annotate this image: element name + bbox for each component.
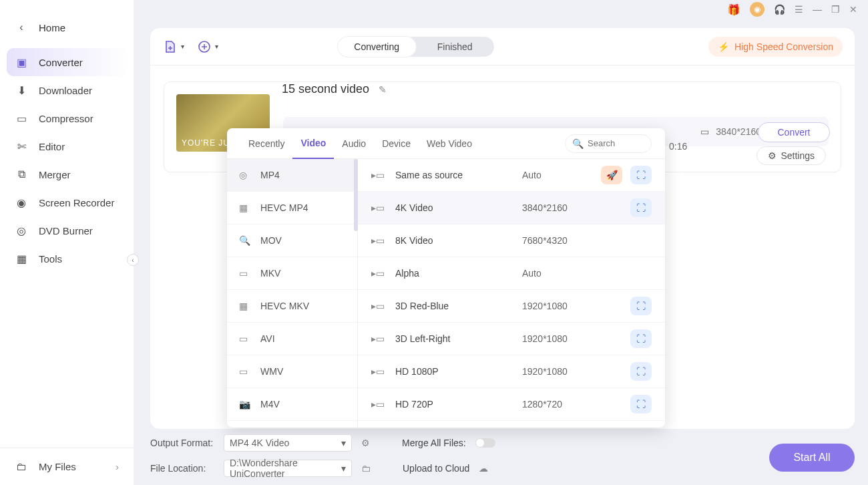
preset-name: HD 1080P [395,366,522,377]
sidebar-item-label: Converter [39,57,83,68]
expand-icon[interactable]: ⛶ [630,395,652,414]
tab-segment: Converting Finished [338,37,494,57]
preset-res: 1920*1080 [522,301,568,311]
sidebar-item-label: Tools [39,253,62,265]
preset-name: 8K Video [395,235,522,246]
close-icon[interactable]: ✕ [849,4,857,15]
poptab-video[interactable]: Video [292,128,334,159]
menu-icon[interactable]: ☰ [795,4,803,15]
format-scroll-indicator[interactable] [354,159,358,231]
settings-button[interactable]: ⚙ Settings [756,146,826,165]
open-folder-icon[interactable]: 🗀 [361,463,371,474]
avatar[interactable]: ◉ [750,2,765,17]
sidebar-item-tools[interactable]: ▦ Tools [0,245,134,273]
preset-3d-leftright[interactable]: ▸▭ 3D Left-Right 1920*1080 ⛶ [358,323,665,355]
preset-same-as-source[interactable]: ▸▭ Same as source Auto 🚀⛶ [358,159,665,192]
video-icon: ▭ [239,268,251,279]
tab-converting[interactable]: Converting [338,37,416,57]
cloud-icon[interactable]: ☁ [479,463,488,474]
preset-hd720p[interactable]: ▸▭ HD 720P 1280*720 ⛶ [358,388,665,421]
preset-hd1080p[interactable]: ▸▭ HD 1080P 1920*1080 ⛶ [358,355,665,388]
format-m4v[interactable]: 📷M4V [227,388,357,421]
video-title: 15 second video [282,70,369,96]
convert-button[interactable]: Convert [758,122,830,142]
sidebar-item-screen-recorder[interactable]: ◉ Screen Recorder [0,188,134,216]
converter-icon: ▣ [15,56,28,69]
support-icon[interactable]: 🎧 [774,4,785,15]
sidebar-item-label: Screen Recorder [39,197,114,208]
preset-res: 7680*4320 [522,235,568,246]
add-file-button[interactable] [162,39,178,55]
rocket-icon[interactable]: 🚀 [601,166,622,184]
sidebar-item-label: Merger [39,169,71,180]
format-mov[interactable]: 🔍MOV [227,224,357,257]
hevc-icon: ▦ [239,301,251,311]
poptab-audio[interactable]: Audio [334,128,374,159]
expand-icon[interactable]: ⛶ [630,198,652,217]
edit-title-icon[interactable]: ✎ [379,84,387,95]
sidebar-item-label: DVD Burner [39,225,93,236]
format-mp4[interactable]: ◎MP4 [227,159,357,192]
add-url-button[interactable] [196,39,212,55]
merge-toggle[interactable] [475,438,495,448]
format-label: MKV [260,268,280,279]
dvd-burner-icon: ◎ [15,224,28,237]
popover-tabs: Recently Video Audio Device Web Video 🔍 [227,128,665,159]
maximize-icon[interactable]: ❐ [831,4,840,15]
caret-down-icon: ▾ [341,463,346,474]
play-icon: ▸▭ [371,268,386,279]
preset-res: Auto [522,268,541,279]
sidebar-home[interactable]: ‹ Home [0,13,134,41]
sidebar-item-dvd-burner[interactable]: ◎ DVD Burner [0,216,134,245]
preset-4k-video[interactable]: ▸▭ 4K Video 3840*2160 ⛶ [358,192,665,224]
sidebar-item-merger[interactable]: ⧉ Merger [0,160,134,188]
format-avi[interactable]: ▭AVI [227,323,357,355]
toolbar: ▾ ▾ Converting Finished ⚡ High Speed Con… [150,28,855,65]
file-location-select[interactable]: D:\Wondershare UniConverter ▾ [224,460,352,477]
editor-icon: ✄ [15,140,28,153]
output-format-select[interactable]: MP4 4K Video▾ [224,434,352,452]
add-file-caret[interactable]: ▾ [181,43,184,50]
sidebar-item-label: Downloader [39,85,92,96]
poptab-recently[interactable]: Recently [240,128,292,159]
popover-search[interactable]: 🔍 [565,134,652,153]
sidebar-my-files[interactable]: 🗀 My Files › [0,448,134,485]
output-format-label: Output Format: [150,438,214,448]
sidebar-item-converter[interactable]: ▣ Converter [7,48,130,76]
format-mkv[interactable]: ▭MKV [227,257,357,290]
preset-8k-video[interactable]: ▸▭ 8K Video 7680*4320 [358,224,665,257]
expand-icon[interactable]: ⛶ [630,166,652,184]
start-all-button[interactable]: Start All [769,444,855,472]
preset-3d-redblue[interactable]: ▸▭ 3D Red-Blue 1920*1080 ⛶ [358,290,665,323]
expand-icon[interactable]: ⛶ [630,297,652,315]
play-icon: ▸▭ [371,170,386,180]
sidebar-collapse[interactable]: ‹ [127,254,139,266]
sidebar-item-label: Editor [39,141,65,152]
play-icon: ▸▭ [371,366,386,377]
sidebar-item-editor[interactable]: ✄ Editor [0,132,134,160]
expand-icon[interactable]: ⛶ [630,362,652,381]
minimize-icon[interactable]: — [813,4,822,15]
format-wmv[interactable]: ▭WMV [227,355,357,388]
sidebar-item-downloader[interactable]: ⬇ Downloader [0,76,134,104]
format-label: M4V [260,399,280,410]
format-label: HEVC MP4 [260,202,308,213]
high-speed-button[interactable]: ⚡ High Speed Conversion [708,37,843,57]
gift-icon[interactable]: 🎁 [727,3,740,16]
sidebar-item-compressor[interactable]: ▭ Compressor [0,104,134,132]
file-location-value: D:\Wondershare UniConverter [230,458,341,479]
poptab-webvideo[interactable]: Web Video [419,128,480,159]
format-popover: Recently Video Audio Device Web Video 🔍 … [227,128,665,428]
format-hevc-mkv[interactable]: ▦HEVC MKV [227,290,357,323]
search-input[interactable] [588,138,641,148]
upload-cloud-label: Upload to Cloud [403,463,469,474]
screen-recorder-icon: ◉ [15,196,28,209]
preset-list: ▸▭ Same as source Auto 🚀⛶ ▸▭ 4K Video 38… [358,159,665,428]
settings-gear-icon[interactable]: ⚙ [361,438,370,448]
preset-alpha[interactable]: ▸▭ Alpha Auto [358,257,665,290]
format-hevc-mp4[interactable]: ▦HEVC MP4 [227,192,357,224]
poptab-device[interactable]: Device [374,128,419,159]
expand-icon[interactable]: ⛶ [630,329,652,348]
tab-finished[interactable]: Finished [416,37,494,57]
add-url-caret[interactable]: ▾ [215,43,218,50]
